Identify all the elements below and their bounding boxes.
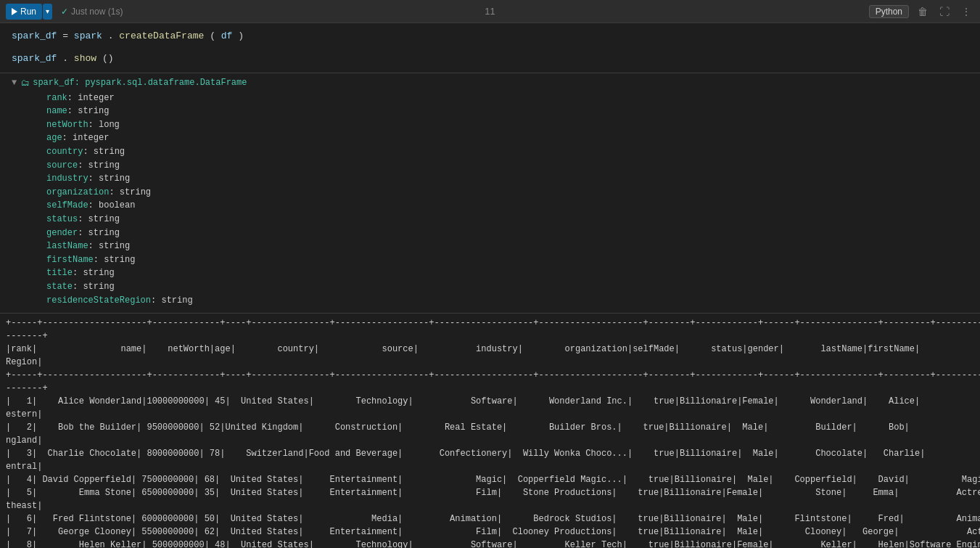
run-label: Run	[20, 7, 36, 17]
run-button[interactable]: Run	[6, 4, 42, 20]
schema-header: ▼ 🗂 spark_df: pyspark.sql.dataframe.Data…	[12, 78, 968, 89]
delete-button[interactable]: 🗑	[915, 4, 931, 19]
code-method-show: show	[74, 53, 96, 64]
schema-field-lastName: lastName: string	[12, 240, 968, 253]
schema-fields: rank: integername: stringnetWorth: longa…	[12, 91, 968, 308]
output-scroll[interactable]: +-----+--------------------+------------…	[0, 314, 980, 548]
run-dropdown-button[interactable]: ▾	[43, 4, 52, 20]
schema-field-title: title: string	[12, 266, 968, 280]
schema-title: spark_df: pyspark.sql.dataframe.DataFram…	[33, 78, 247, 88]
code-var-spark: spark	[74, 30, 102, 41]
schema-field-gender: gender: string	[12, 226, 968, 240]
expand-button[interactable]: ⛶	[936, 4, 952, 19]
code-method-create: createDataFrame	[119, 30, 204, 41]
code-var-spark-df: spark_df	[12, 30, 57, 41]
code-param-df: df	[221, 30, 233, 41]
dataframe-icon: 🗂	[21, 78, 30, 89]
code-editor: spark_df = spark . createDataFrame ( df …	[0, 23, 980, 73]
check-icon: ✓	[61, 7, 68, 17]
language-badge: Python	[869, 5, 909, 18]
schema-field-name: name: string	[12, 105, 968, 118]
schema-field-selfMade: selfMade: boolean	[12, 199, 968, 213]
table-output: +-----+--------------------+------------…	[0, 314, 980, 548]
play-icon	[12, 8, 17, 15]
schema-section: ▼ 🗂 spark_df: pyspark.sql.dataframe.Data…	[0, 73, 980, 314]
schema-field-netWorth: netWorth: long	[12, 118, 968, 132]
schema-field-industry: industry: string	[12, 172, 968, 186]
cell-number: 11	[485, 6, 495, 17]
schema-field-residenceStateRegion: residenceStateRegion: string	[12, 294, 968, 308]
schema-field-state: state: string	[12, 280, 968, 294]
code-var-spark-df-2: spark_df	[12, 53, 57, 64]
schema-field-rank: rank: integer	[12, 91, 968, 105]
more-options-button[interactable]: ⋮	[958, 4, 974, 19]
schema-field-status: status: string	[12, 213, 968, 226]
status-text: Just now (1s)	[71, 7, 123, 17]
toolbar-right-actions: Python 🗑 ⛶ ⋮	[869, 4, 974, 19]
output-area: +-----+--------------------+------------…	[0, 314, 980, 548]
code-line-1: spark_df = spark . createDataFrame ( df …	[12, 29, 968, 44]
collapse-triangle[interactable]: ▼	[12, 78, 17, 88]
schema-field-organization: organization: string	[12, 186, 968, 200]
schema-field-age: age: integer	[12, 131, 968, 145]
cell-status: ✓ Just now (1s)	[61, 7, 123, 17]
cell-toolbar: Run ▾ ✓ Just now (1s) 11 Python 🗑 ⛶ ⋮	[0, 0, 980, 23]
schema-field-source: source: string	[12, 159, 968, 173]
schema-field-country: country: string	[12, 145, 968, 159]
schema-field-firstName: firstName: string	[12, 253, 968, 267]
code-line-2: spark_df . show ()	[12, 52, 968, 67]
